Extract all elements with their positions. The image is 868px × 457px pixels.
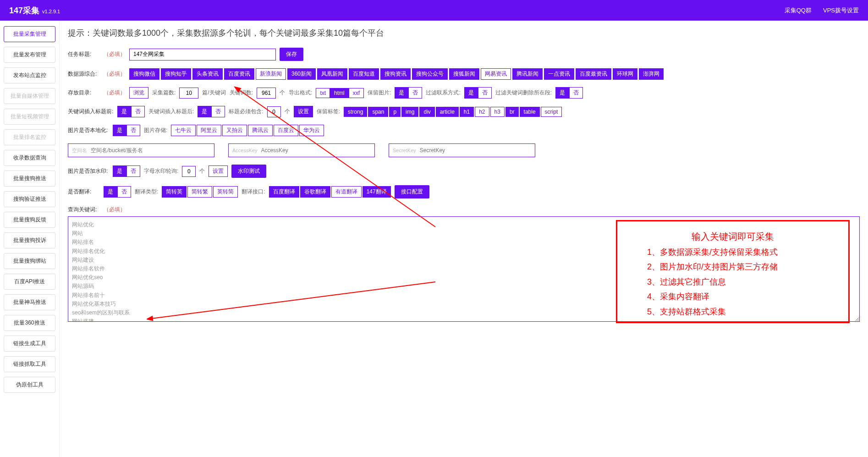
trans-yes[interactable]: 是 (104, 186, 117, 198)
sidebar-item-12[interactable]: 百度API推送 (4, 274, 55, 290)
trans-api-tag-2[interactable]: 有道翻译 (331, 186, 362, 198)
keep-tag-8[interactable]: h3 (490, 107, 505, 117)
trans-type-tag-1[interactable]: 简转繁 (187, 186, 212, 198)
keep-tag-7[interactable]: h2 (475, 107, 489, 117)
keep-tag-10[interactable]: table (520, 107, 540, 117)
source-tag-0[interactable]: 搜狗微信 (129, 68, 159, 80)
source-tag-9[interactable]: 搜狗公众号 (412, 68, 448, 80)
keep-img-no[interactable]: 否 (408, 87, 422, 99)
trans-type-tag-2[interactable]: 英转简 (213, 186, 238, 198)
fmt-tag-0[interactable]: txt (316, 88, 330, 98)
keep-tag-1[interactable]: span (368, 107, 388, 117)
store-tag-2[interactable]: 又拍云 (222, 125, 247, 136)
accesskey-field[interactable]: AccessKey (228, 143, 375, 157)
sidebar-item-10[interactable]: 批量搜狗投诉 (4, 232, 55, 248)
dir-required: （必填） (104, 89, 126, 97)
fmt-tag-1[interactable]: html (330, 88, 349, 98)
source-tag-1[interactable]: 搜狗知乎 (161, 68, 191, 80)
kw-count-input[interactable] (257, 88, 276, 99)
wm-set-button[interactable]: 设置 (209, 165, 228, 177)
wm-no[interactable]: 否 (126, 165, 140, 177)
source-tag-7[interactable]: 百度知道 (349, 68, 379, 80)
wm-test-button[interactable]: 水印测试 (231, 165, 266, 178)
store-tag-1[interactable]: 阿里云 (197, 125, 221, 136)
source-tag-12[interactable]: 腾讯新闻 (512, 68, 543, 80)
count-input[interactable] (179, 88, 198, 99)
keep-tag-label: 保留标签: (317, 108, 340, 116)
keep-tag-11[interactable]: script (541, 107, 562, 117)
task-title-input[interactable] (129, 49, 276, 61)
keywords-textarea[interactable] (68, 216, 860, 322)
sidebar-item-0[interactable]: 批量采集管理 (4, 26, 55, 42)
sidebar-item-14[interactable]: 批量360推送 (4, 315, 55, 331)
must-set-button[interactable]: 设置 (294, 106, 313, 117)
keep-tag-5[interactable]: article (436, 107, 459, 117)
secretkey-input[interactable] (420, 147, 531, 154)
source-tag-6[interactable]: 凤凰新闻 (317, 68, 347, 80)
trans-api-tag-3[interactable]: 147翻译 (363, 186, 391, 198)
keep-tag-0[interactable]: strong (344, 107, 367, 117)
store-tag-4[interactable]: 百度云 (274, 125, 298, 136)
source-tag-4[interactable]: 新浪新闻 (256, 68, 286, 80)
keep-tag-2[interactable]: p (389, 107, 401, 117)
count-unit: 篇/关键词 (202, 89, 225, 97)
link-vps-dial[interactable]: VPS拨号设置 (823, 6, 859, 15)
sidebar-item-9[interactable]: 批量搜狗反馈 (4, 212, 55, 228)
source-tag-16[interactable]: 澎湃网 (639, 68, 664, 80)
source-tag-3[interactable]: 百度资讯 (224, 68, 254, 80)
wm-rot-input[interactable] (182, 166, 196, 177)
source-tag-10[interactable]: 搜狐新闻 (449, 68, 479, 80)
sidebar-item-13[interactable]: 批量神马推送 (4, 294, 55, 310)
insert-post-no[interactable]: 否 (211, 106, 225, 117)
source-tag-11[interactable]: 网易资讯 (481, 68, 511, 80)
source-tag-15[interactable]: 环球网 (613, 68, 637, 80)
browse-button[interactable]: 浏览 (129, 87, 148, 99)
keep-tag-6[interactable]: h1 (460, 107, 474, 117)
trans-no[interactable]: 否 (117, 186, 131, 198)
contact-no[interactable]: 否 (478, 87, 492, 99)
source-tag-14[interactable]: 百度最资讯 (576, 68, 611, 80)
insert-post-yes[interactable]: 是 (198, 106, 211, 117)
fmt-tag-2[interactable]: xxf (349, 88, 364, 98)
filter-no[interactable]: 否 (569, 87, 583, 99)
contact-yes[interactable]: 是 (464, 87, 478, 99)
store-tag-5[interactable]: 华为云 (299, 125, 324, 136)
bucket-input[interactable] (91, 147, 210, 154)
trans-api-tag-0[interactable]: 百度翻译 (269, 186, 299, 198)
keep-tag-4[interactable]: div (419, 107, 434, 117)
store-tag-3[interactable]: 腾讯云 (248, 125, 273, 136)
sidebar-item-17[interactable]: 伪原创工具 (4, 377, 55, 393)
insert-pre-no[interactable]: 否 (131, 106, 145, 117)
sidebar-item-16[interactable]: 链接抓取工具 (4, 356, 55, 372)
sidebar-item-8[interactable]: 搜狗验证推送 (4, 191, 55, 207)
api-config-button[interactable]: 接口配置 (395, 185, 429, 198)
sidebar-item-2[interactable]: 发布站点监控 (4, 67, 55, 83)
keep-tag-9[interactable]: br (505, 107, 519, 117)
source-tag-5[interactable]: 360新闻 (287, 68, 316, 80)
sidebar-item-15[interactable]: 链接生成工具 (4, 336, 55, 352)
sidebar-item-1[interactable]: 批量发布管理 (4, 47, 55, 63)
secretkey-field[interactable]: SecretKey (389, 143, 535, 157)
store-tag-0[interactable]: 七牛云 (171, 125, 196, 136)
filter-yes[interactable]: 是 (555, 87, 569, 99)
source-tag-2[interactable]: 头条资讯 (192, 68, 223, 80)
sidebar-item-11[interactable]: 批量搜狗绑站 (4, 253, 55, 269)
trans-type-label: 翻译类型: (135, 188, 158, 196)
wm-yes[interactable]: 是 (113, 165, 126, 177)
accesskey-input[interactable] (261, 147, 371, 154)
save-button[interactable]: 保存 (280, 48, 303, 61)
img-local-yes[interactable]: 是 (113, 125, 126, 136)
link-qq-group[interactable]: 采集QQ群 (785, 6, 812, 15)
trans-type-tag-0[interactable]: 简转英 (162, 186, 187, 198)
sidebar-item-6[interactable]: 收录数据查询 (4, 150, 55, 166)
sidebar-item-7[interactable]: 批量搜狗推送 (4, 171, 55, 187)
bucket-field[interactable]: 空间名 (68, 143, 214, 157)
keep-img-yes[interactable]: 是 (395, 87, 408, 99)
keep-tag-3[interactable]: img (401, 107, 418, 117)
insert-pre-yes[interactable]: 是 (117, 106, 131, 117)
trans-api-tag-1[interactable]: 谷歌翻译 (300, 186, 330, 198)
source-tag-8[interactable]: 搜狗资讯 (380, 68, 411, 80)
source-tag-13[interactable]: 一点资讯 (544, 68, 574, 80)
img-local-no[interactable]: 否 (126, 125, 140, 136)
must-input[interactable] (267, 106, 281, 117)
